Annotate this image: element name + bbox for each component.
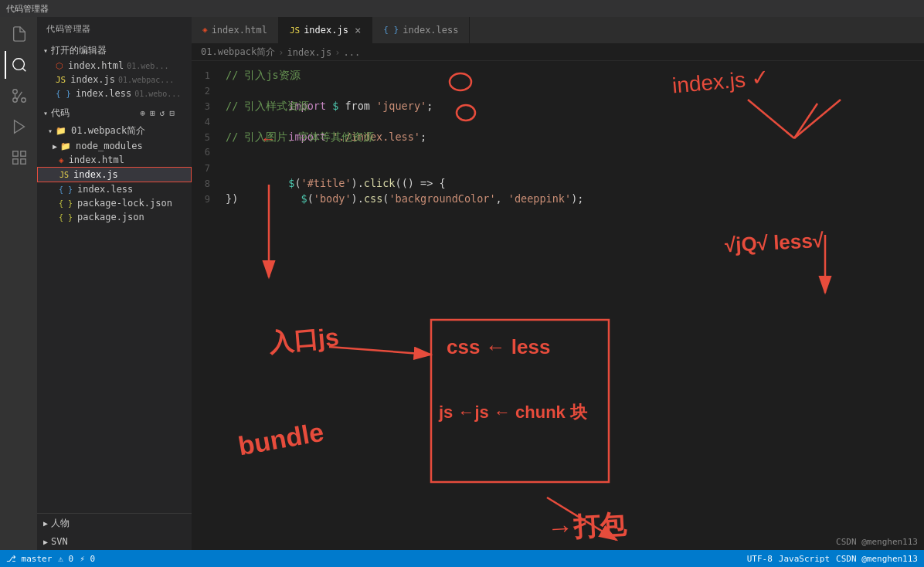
chevron-svn-icon: ▶: [43, 538, 48, 546]
status-branch[interactable]: ⎇ master: [6, 554, 52, 564]
tab-index-less[interactable]: { } index.less: [372, 17, 470, 43]
open-file-js[interactable]: JS index.js 01.webpac...: [37, 73, 192, 87]
line-content-5: // 引入图片、字体等其他资源: [223, 129, 924, 144]
tab-js-label: index.js: [304, 25, 348, 36]
status-errors[interactable]: ⚠ 0: [58, 554, 73, 564]
html-file-icon: ⬡: [56, 61, 63, 71]
tree-json-icon: { }: [59, 213, 73, 222]
tree-item-index-html[interactable]: ◈ index.html: [37, 153, 192, 167]
svg-marker-5: [15, 121, 25, 134]
activity-search-icon[interactable]: [5, 51, 32, 79]
js-file-icon: JS: [56, 75, 66, 85]
main-layout: 代码管理器 ▾ 打开的编辑器 ⬡ index.html 01.web... JS…: [0, 17, 924, 550]
breadcrumb-sep2: ›: [335, 47, 340, 58]
node-folder-icon: 📁: [60, 141, 71, 151]
line-num-3: 3: [192, 99, 223, 114]
watermark: CSDN @menghen113: [836, 537, 918, 547]
status-bar: ⎇ master ⚠ 0 ⚡ 0 UTF-8 JavaScript CSDN @…: [0, 550, 924, 567]
open-file-less-name: index.less: [76, 88, 131, 99]
tree-item-package-json[interactable]: { } package.json: [37, 210, 192, 224]
code-line-8: 8 $('body').css('backgroundColor', 'deep…: [192, 175, 924, 191]
code-editor[interactable]: 1 // 引入js资源 2 import $ from 'jquery'; 3 …: [192, 61, 924, 550]
bottom-panel: ▶ 人物 ▶ SVN: [37, 513, 192, 550]
status-left: ⎇ master ⚠ 0 ⚡ 0: [6, 554, 95, 564]
jq-less-annotation: √jQ√ less√: [724, 229, 824, 258]
tree-item-webpack[interactable]: ▾ 📁 01.webpack简介: [37, 123, 192, 139]
line-num-2: 2: [192, 83, 223, 99]
collapse-icon[interactable]: ⊟: [169, 108, 175, 118]
title-bar: 代码管理器: [0, 0, 924, 17]
chevron-people-icon: ▶: [43, 519, 48, 528]
tree-item-package-lock[interactable]: { } package-lock.json: [37, 196, 192, 210]
pack-annotation: →打包: [546, 507, 627, 546]
svg-rect-7: [21, 151, 25, 156]
line-num-8: 8: [192, 176, 223, 192]
code-line-2: 2 import $ from 'jquery';: [192, 83, 924, 98]
tab-close-icon[interactable]: ×: [355, 24, 361, 36]
svg-line-18: [547, 497, 617, 540]
line-num-4: 4: [192, 114, 223, 130]
status-encoding: UTF-8: [747, 554, 773, 564]
new-folder-icon[interactable]: ⊞: [150, 108, 155, 118]
entry-js-annotation: 入口js: [267, 321, 340, 361]
code-line-1: 1 // 引入js资源: [192, 67, 924, 83]
activity-bar: [0, 17, 37, 550]
tree-index-html-label: index.html: [69, 154, 124, 165]
tree-node-modules-label: node_modules: [76, 141, 143, 151]
open-file-less-path: 01.webo...: [134, 90, 181, 98]
svn-section-label: SVN: [51, 536, 68, 547]
code-line-3: 3 // 引入样式资源: [192, 98, 924, 114]
tree-package-lock-label: package-lock.json: [77, 198, 172, 209]
line-num-6: 6: [192, 144, 223, 160]
tab-index-html[interactable]: ◈ index.html: [192, 17, 279, 43]
open-file-html-path: 01.web...: [127, 62, 168, 70]
line-num-1: 1: [192, 68, 223, 83]
activity-git-icon[interactable]: [5, 82, 32, 110]
status-warnings[interactable]: ⚡ 0: [80, 554, 95, 564]
svg-rect-14: [431, 320, 609, 482]
bottom-section-people[interactable]: ▶ 人物: [37, 514, 192, 533]
tree-html-icon: ◈: [59, 155, 64, 165]
project-section-header[interactable]: ▾ 代码 ⊕ ⊞ ↺ ⊟: [37, 104, 192, 123]
svg-point-4: [13, 98, 18, 103]
activity-extensions-icon[interactable]: [5, 144, 32, 171]
tree-index-js-label: index.js: [73, 169, 118, 180]
svg-point-0: [13, 59, 25, 70]
tree-item-node-modules[interactable]: ▶ 📁 node_modules: [37, 139, 192, 153]
open-editors-label: 打开的编辑器: [51, 44, 107, 57]
tab-bar: ◈ index.html JS index.js × { } index.les…: [192, 17, 924, 44]
svg-point-3: [13, 90, 18, 94]
less-file-icon: { }: [56, 89, 71, 99]
svg-rect-8: [21, 159, 25, 164]
people-section-label: 人物: [51, 517, 70, 530]
svg-line-13: [329, 347, 431, 355]
code-line-4: 4 import './index.less';: [192, 114, 924, 129]
chevron-node-icon: ▶: [53, 142, 57, 151]
sidebar: 代码管理器 ▾ 打开的编辑器 ⬡ index.html 01.web... JS…: [37, 17, 192, 550]
open-file-html-name: index.html: [68, 60, 124, 71]
folder-icon: 📁: [56, 126, 66, 136]
line-content-9: }): [223, 191, 924, 206]
activity-files-icon[interactable]: [5, 20, 32, 48]
open-file-js-path: 01.webpac...: [118, 76, 174, 84]
open-editors-header[interactable]: ▾ 打开的编辑器: [37, 42, 192, 59]
open-file-html[interactable]: ⬡ index.html 01.web...: [37, 59, 192, 73]
tree-item-index-less[interactable]: { } index.less: [37, 182, 192, 196]
tab-less-icon: { }: [383, 25, 399, 35]
project-section-label: 代码: [51, 107, 70, 120]
tree-item-index-js[interactable]: JS index.js: [37, 167, 192, 182]
open-file-less[interactable]: { } index.less 01.webo...: [37, 87, 192, 100]
line-content-3: // 引入样式资源: [223, 98, 924, 114]
sidebar-title: 代码管理器: [37, 17, 192, 41]
open-file-js-name: index.js: [70, 74, 115, 85]
tab-index-js[interactable]: JS index.js ×: [279, 17, 372, 43]
new-file-icon[interactable]: ⊕: [141, 108, 146, 118]
line-num-5: 5: [192, 130, 223, 145]
activity-debug-icon[interactable]: [5, 113, 32, 141]
bottom-section-svn[interactable]: ▶ SVN: [37, 533, 192, 550]
code-line-5: 5 // 引入图片、字体等其他资源: [192, 129, 924, 144]
breadcrumb-part3: ...: [344, 47, 361, 58]
refresh-icon[interactable]: ↺: [160, 108, 165, 118]
tree-package-json-label: package.json: [77, 212, 144, 222]
status-right: UTF-8 JavaScript CSDN @menghen113: [747, 554, 918, 564]
